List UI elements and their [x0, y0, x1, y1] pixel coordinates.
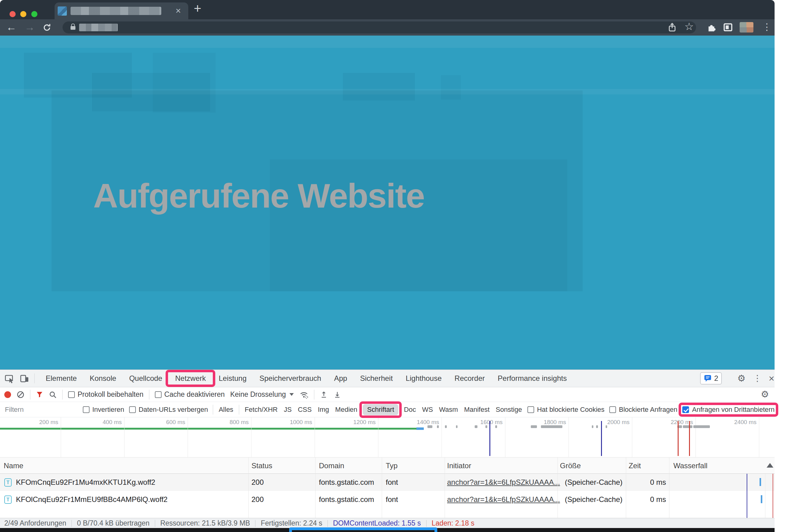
browser-tab[interactable]: ×	[55, 2, 188, 19]
filter-chip-alles[interactable]: Alles	[218, 404, 234, 415]
search-icon[interactable]	[49, 391, 57, 399]
filter-chip-ws[interactable]: WS	[421, 404, 433, 415]
devtools-tab-netzwerk[interactable]: Netzwerk	[169, 370, 212, 387]
filter-chip-css[interactable]: CSS	[297, 404, 312, 415]
new-tab-button[interactable]: +	[194, 1, 201, 16]
divider	[30, 390, 30, 400]
tab-close-icon[interactable]: ×	[175, 5, 181, 17]
sort-ascending-icon[interactable]	[767, 463, 774, 467]
checkbox[interactable]	[155, 391, 161, 398]
filter-chip-schriftart[interactable]: Schriftart	[363, 404, 398, 415]
filter-input[interactable]	[4, 405, 78, 414]
devtools-tab-elemente[interactable]: Elemente	[39, 370, 83, 387]
timeline-gridline	[441, 417, 442, 457]
column-header-name[interactable]: Name	[4, 457, 23, 474]
side-panel-button[interactable]	[723, 22, 733, 32]
extensions-button[interactable]	[707, 22, 716, 32]
initiator-link[interactable]: anchor?ar=1&k=6LfpSZkUAAAA...	[447, 474, 560, 491]
hide-data-urls-checkbox[interactable]: Daten-URLs verbergen	[129, 406, 208, 414]
filter-chip-doc[interactable]: Doc	[403, 404, 416, 415]
checkbox[interactable]	[83, 406, 90, 413]
timeline-gridline	[314, 417, 315, 457]
type-cell: font	[386, 474, 398, 491]
bookmark-star-icon[interactable]: ☆	[684, 21, 693, 32]
throttling-select[interactable]: Keine Drosselung	[230, 390, 294, 399]
issues-bubble-icon	[704, 374, 712, 382]
checkbox[interactable]	[129, 406, 136, 413]
invert-checkbox[interactable]: Invertieren	[83, 406, 124, 414]
preserve-log-checkbox[interactable]: Protokoll beibehalten	[68, 390, 144, 399]
filter-chip-img[interactable]: Img	[317, 404, 330, 415]
filter-funnel-icon[interactable]	[36, 391, 43, 398]
third-party-checkbox[interactable]: Anfragen von Drittanbietern	[682, 406, 775, 414]
checkbox[interactable]	[527, 406, 534, 413]
devtools-tab-konsole[interactable]: Konsole	[83, 370, 123, 387]
devtools-tab-leistung[interactable]: Leistung	[212, 370, 253, 387]
dcl-event-line	[489, 421, 490, 456]
column-header-typ[interactable]: Typ	[386, 457, 398, 474]
inspect-element-icon[interactable]	[4, 373, 15, 384]
table-row[interactable]: TKFOmCnqEu92Fr1Mu4mxKKTU1Kg.woff2200font…	[0, 474, 775, 491]
record-button[interactable]	[4, 391, 11, 398]
devtools-tab-lighthouse[interactable]: Lighthouse	[399, 370, 448, 387]
network-settings-gear-icon[interactable]: ⚙	[761, 389, 769, 400]
tab-strip: × +	[0, 0, 775, 19]
blocked-requests-checkbox[interactable]: Blockierte Anfragen	[609, 406, 677, 414]
devtools-settings-gear-icon[interactable]: ⚙	[735, 370, 748, 387]
clear-icon[interactable]	[17, 391, 25, 399]
reload-button[interactable]	[42, 23, 52, 32]
column-header-gr-e[interactable]: Größe	[560, 457, 581, 474]
column-separator	[382, 457, 382, 518]
browser-menu-button[interactable]: ⋮	[762, 22, 771, 32]
export-har-icon[interactable]	[333, 391, 341, 399]
timeline-tick-label: 2400 ms	[723, 419, 757, 426]
close-window-button[interactable]	[9, 11, 16, 17]
share-button[interactable]	[667, 22, 677, 32]
devtools-tab-label: Performance insights	[498, 374, 567, 382]
forward-button[interactable]: →	[25, 22, 35, 32]
disable-cache-checkbox[interactable]: Cache deaktivieren	[155, 390, 225, 399]
checkbox[interactable]	[609, 406, 616, 413]
filter-chip-sonstige[interactable]: Sonstige	[495, 404, 523, 415]
browser-window: × + ← → ☆ ⋮	[0, 0, 775, 532]
blocked-cookies-checkbox[interactable]: Hat blockierte Cookies	[527, 406, 604, 414]
devtools-tab-label: Netzwerk	[175, 374, 206, 382]
column-header-zeit[interactable]: Zeit	[629, 457, 641, 474]
devtools-tab-sicherheit[interactable]: Sicherheit	[354, 370, 399, 387]
devtools-tab-performance-insights[interactable]: Performance insights	[491, 370, 573, 387]
import-har-icon[interactable]	[320, 391, 328, 399]
filter-chip-fetch-xhr[interactable]: Fetch/XHR	[244, 404, 278, 415]
address-bar[interactable]	[62, 22, 696, 33]
network-overview-timeline[interactable]: 200 ms400 ms600 ms800 ms1000 ms1200 ms14…	[0, 417, 775, 457]
divider	[62, 390, 62, 400]
filter-chip-manifest[interactable]: Manifest	[463, 404, 490, 415]
checkbox[interactable]	[68, 391, 75, 398]
column-header-status[interactable]: Status	[251, 457, 272, 474]
annotation-domain-typ-box	[289, 527, 437, 532]
profile-avatar[interactable]	[740, 22, 753, 32]
checkbox-checked[interactable]	[682, 406, 689, 413]
filter-chip-wasm[interactable]: Wasm	[438, 404, 459, 415]
filter-chip-js[interactable]: JS	[283, 404, 292, 415]
status-item-laden: Laden: 2.18 s	[432, 519, 474, 527]
minimize-window-button[interactable]	[20, 11, 26, 17]
devtools-tab-speicherverbrauch[interactable]: Speicherverbrauch	[253, 370, 328, 387]
status-cell: 200	[251, 491, 264, 508]
initiator-link[interactable]: anchor?ar=1&k=6LfpSZkUAAAA...	[447, 491, 560, 508]
network-conditions-icon[interactable]	[299, 390, 308, 399]
column-header-initiator[interactable]: Initiator	[447, 457, 471, 474]
devtools-tab-quellcode[interactable]: Quellcode	[123, 370, 169, 387]
issues-badge[interactable]: 2	[700, 372, 722, 384]
column-header-wasserfall[interactable]: Wasserfall	[674, 457, 707, 474]
back-button[interactable]: ←	[6, 22, 17, 32]
filter-chip-medien[interactable]: Medien	[334, 404, 358, 415]
table-row[interactable]: TKFOlCnqEu92Fr1MmEU9fBBc4AMP6lQ.woff2200…	[0, 491, 775, 508]
devtools-tab-app[interactable]: App	[328, 370, 354, 387]
devtools-close-icon[interactable]: ×	[765, 370, 778, 387]
column-header-domain[interactable]: Domain	[319, 457, 344, 474]
devtools-tab-recorder[interactable]: Recorder	[448, 370, 491, 387]
device-toolbar-icon[interactable]	[20, 374, 29, 383]
third-party-label: Anfragen von Drittanbietern	[692, 406, 775, 414]
devtools-menu-dots-icon[interactable]: ⋮	[752, 370, 763, 387]
maximize-window-button[interactable]	[31, 11, 37, 17]
